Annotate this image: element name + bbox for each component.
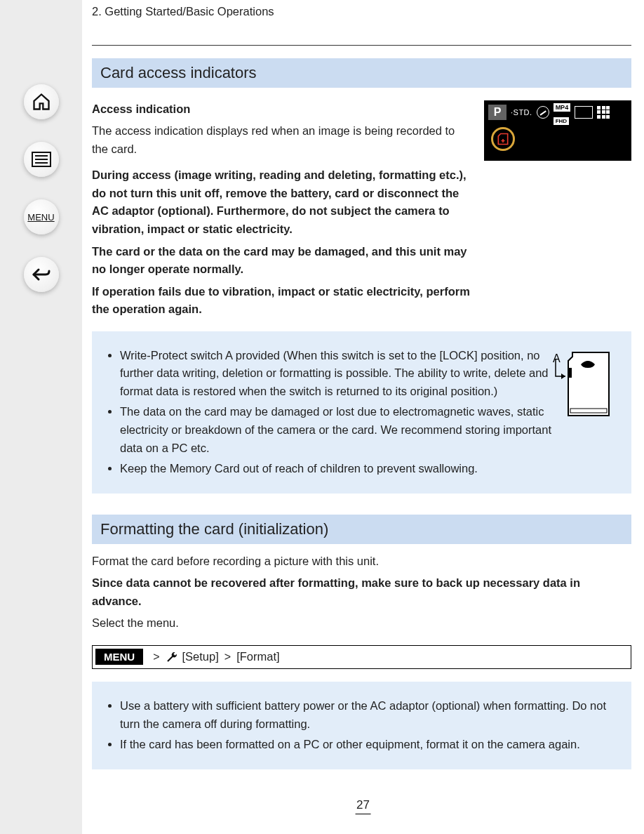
mp4-fhd-badges: MP4 FHD	[554, 99, 571, 126]
access-indication-label: Access indication	[92, 102, 190, 115]
info1-bullet-1: Write-Protect switch A provided (When th…	[120, 347, 561, 401]
section-1-body: Access indication The access indication …	[92, 96, 631, 323]
no-flash-icon	[537, 106, 549, 119]
format-p2: Since data cannot be recovered after for…	[92, 576, 580, 607]
menu-button[interactable]: MENU	[24, 199, 59, 234]
menu-arrow-2: >	[224, 651, 231, 663]
access-indication-body: The access indication displays red when …	[92, 122, 470, 158]
info-box-1: Write-Protect switch A provided (When th…	[92, 331, 631, 494]
svg-rect-5	[568, 368, 572, 378]
sidebar: MENU	[0, 0, 82, 834]
sd-card-illustration: A	[553, 347, 616, 426]
menu-arrow-1: >	[153, 651, 159, 663]
section-heading-1: Card access indicators	[92, 58, 631, 88]
write-protect-callout-label: A	[553, 352, 561, 364]
mp4-badge: MP4	[554, 103, 571, 112]
info2-bullet-2: If the card has been formatted on a PC o…	[120, 736, 619, 754]
aspect-badge	[575, 106, 593, 119]
home-icon	[32, 92, 51, 112]
page-root: MENU 2. Getting Started/Basic Operations…	[0, 0, 644, 834]
lcd-topbar: P ·STD. MP4 FHD	[488, 105, 627, 120]
format-p3: Select the menu.	[92, 614, 631, 633]
menu-chip: MENU	[95, 649, 143, 665]
back-arrow-icon	[32, 265, 51, 284]
info1-bullet-2: The data on the card may be damaged or l…	[120, 403, 561, 457]
menu-path-box: MENU > [Setup] > [Format]	[92, 645, 631, 669]
home-button[interactable]	[24, 84, 59, 119]
list-icon	[32, 150, 51, 169]
section-heading-2: Formatting the card (initialization)	[92, 515, 631, 544]
warning-paragraph-c: If operation fails due to vibration, imp…	[92, 285, 470, 316]
index-button[interactable]	[24, 142, 59, 177]
format-p1: Format the card before recording a pictu…	[92, 552, 631, 571]
menu-format-label: [Format]	[236, 650, 279, 663]
svg-marker-4	[561, 373, 565, 379]
menu-button-label: MENU	[27, 212, 54, 223]
grid-icon	[597, 106, 610, 119]
sd-card-red-icon	[496, 132, 510, 146]
warning-paragraph-a: During access (image writing, reading an…	[92, 168, 467, 235]
page-number: 27	[355, 798, 371, 814]
info-box-2: Use a battery with sufficient battery po…	[92, 682, 631, 769]
content-area: 2. Getting Started/Basic Operations Card…	[82, 0, 644, 834]
horizontal-rule	[92, 45, 631, 46]
menu-setup-label: [Setup]	[182, 650, 219, 663]
fhd-badge: FHD	[554, 117, 569, 125]
info2-bullet-1: Use a battery with sufficient battery po…	[120, 697, 619, 733]
section-1-text: Access indication The access indication …	[92, 96, 470, 323]
back-button[interactable]	[24, 257, 59, 292]
wrench-icon	[166, 651, 178, 663]
lcd-preview-illustration: P ·STD. MP4 FHD	[484, 100, 631, 161]
breadcrumb: 2. Getting Started/Basic Operations	[92, 3, 631, 21]
std-indicator: ·STD.	[511, 108, 532, 117]
sd-access-indicator-highlight	[491, 127, 515, 151]
warning-paragraph-b: The card or the data on the card may be …	[92, 245, 467, 276]
mode-p-badge: P	[488, 105, 507, 120]
info1-bullet-3: Keep the Memory Card out of reach of chi…	[120, 460, 561, 478]
